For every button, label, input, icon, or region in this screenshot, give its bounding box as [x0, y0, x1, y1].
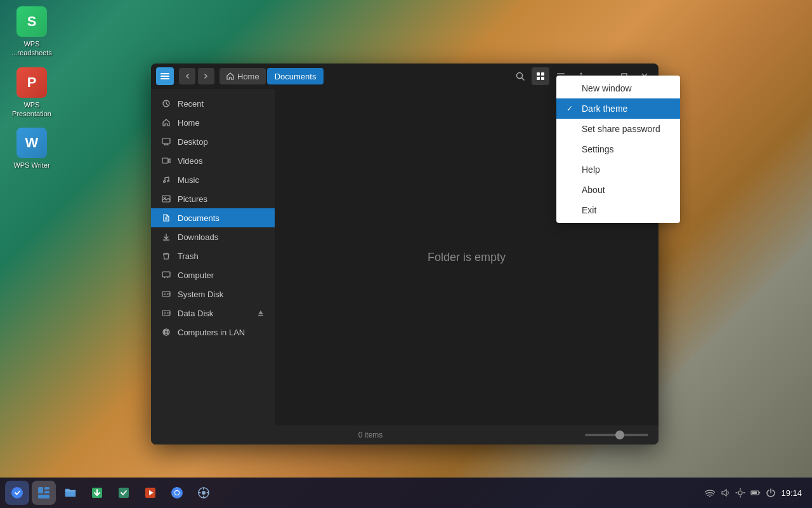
grid-view-button[interactable] [532, 67, 549, 85]
taskbar-downloads-button[interactable] [85, 481, 109, 505]
svg-line-4 [522, 78, 525, 81]
taskbar-files-button[interactable] [32, 481, 56, 505]
svg-rect-0 [160, 73, 169, 74]
svg-point-25 [164, 181, 166, 183]
svg-rect-20 [162, 138, 170, 144]
svg-point-37 [167, 293, 169, 295]
downloads-icon [161, 232, 171, 242]
svg-marker-44 [258, 311, 263, 314]
svg-point-41 [167, 312, 169, 314]
taskbar-file-manager-button[interactable] [58, 481, 82, 505]
taskbar-tray: 19:14 [705, 488, 807, 498]
menu-item-exit-label: Exit [582, 205, 596, 215]
breadcrumb-home[interactable]: Home [219, 68, 266, 84]
sidebar-item-computer[interactable]: Computer [151, 265, 275, 284]
videos-icon [161, 156, 171, 166]
menu-item-new-window-label: New window [582, 83, 632, 93]
svg-rect-54 [44, 491, 49, 493]
items-count: 0 items [161, 431, 580, 439]
wps-spreadsheets-label: WPS...readsheets [11, 39, 52, 58]
svg-point-12 [580, 73, 582, 75]
sidebar-item-home-label: Home [178, 118, 200, 128]
wps-spreadsheets-app-icon: S [16, 6, 47, 37]
wps-presentation-app-icon: P [16, 67, 47, 98]
zoom-thumb[interactable] [615, 431, 624, 439]
music-icon [161, 175, 171, 185]
svg-rect-8 [541, 77, 544, 80]
svg-rect-55 [38, 495, 49, 498]
back-button[interactable] [179, 68, 195, 84]
svg-point-71 [738, 491, 742, 495]
context-menu: New window ✓ Dark theme Set share passwo… [556, 76, 680, 223]
sidebar-item-data-disk-label: Data Disk [178, 309, 213, 318]
sidebar-item-system-disk[interactable]: System Disk [151, 284, 275, 304]
svg-point-28 [164, 197, 165, 198]
svg-rect-7 [537, 77, 540, 80]
tray-brightness-icon[interactable] [735, 488, 745, 498]
sidebar-item-computers-in-lan[interactable]: Computers in LAN [151, 323, 275, 342]
taskbar-chrome-button[interactable] [165, 481, 189, 505]
svg-point-70 [709, 496, 710, 497]
sidebar-item-trash[interactable]: Trash [151, 246, 275, 265]
sidebar-item-data-disk[interactable]: Data Disk [151, 304, 275, 323]
svg-point-63 [175, 491, 179, 495]
menu-item-settings[interactable]: Settings [556, 139, 680, 159]
desktop-icons-container: S WPS...readsheets P WPSPresentation W W… [6, 6, 57, 170]
eject-button[interactable] [257, 309, 265, 317]
svg-rect-9 [557, 73, 565, 74]
sidebar-item-recent[interactable]: Recent [151, 94, 275, 113]
sidebar-item-home[interactable]: Home [151, 113, 275, 132]
empty-folder-message: Folder is empty [428, 251, 506, 264]
zoom-slider-container[interactable] [585, 434, 648, 436]
tray-volume-icon[interactable] [720, 488, 730, 498]
wps-spreadsheets-icon[interactable]: S WPS...readsheets [6, 6, 57, 58]
taskbar-media-button[interactable] [138, 481, 162, 505]
breadcrumb-current[interactable]: Documents [267, 68, 324, 84]
wps-writer-app-icon: W [16, 128, 47, 158]
breadcrumb: Home Documents [219, 67, 506, 85]
menu-item-help[interactable]: Help [556, 159, 680, 180]
sidebar-item-recent-label: Recent [178, 99, 204, 109]
app-logo [156, 67, 174, 85]
sidebar-item-desktop[interactable]: Desktop [151, 132, 275, 151]
menu-item-new-window[interactable]: New window [556, 78, 680, 98]
sidebar-item-pictures-label: Pictures [178, 194, 207, 204]
taskbar-editor-button[interactable] [112, 481, 136, 505]
menu-item-set-share-password[interactable]: Set share password [556, 119, 680, 139]
sidebar-item-documents[interactable]: Documents [151, 208, 275, 227]
sidebar: Recent Home Desktop [151, 89, 275, 425]
system-disk-icon [161, 289, 171, 299]
tray-power-icon[interactable] [766, 488, 776, 498]
svg-rect-33 [162, 272, 170, 277]
sidebar-item-computer-label: Computer [178, 271, 214, 280]
sidebar-item-desktop-label: Desktop [178, 137, 208, 147]
taskbar-settings-button[interactable] [192, 481, 216, 505]
forward-button[interactable] [198, 68, 214, 84]
wps-writer-icon[interactable]: W WPS Writer [6, 128, 57, 170]
sidebar-item-videos[interactable]: Videos [151, 151, 275, 170]
svg-rect-2 [160, 78, 169, 79]
data-disk-icon [161, 308, 171, 318]
sidebar-item-computers-in-lan-label: Computers in LAN [178, 328, 245, 337]
svg-rect-6 [541, 72, 544, 76]
sidebar-item-downloads[interactable]: Downloads [151, 227, 275, 246]
svg-rect-52 [38, 487, 43, 493]
svg-rect-53 [44, 487, 49, 490]
svg-rect-24 [162, 158, 168, 163]
taskbar-start-button[interactable] [5, 481, 29, 505]
zoom-slider[interactable] [585, 434, 648, 436]
wps-presentation-icon[interactable]: P WPSPresentation [6, 67, 57, 119]
breadcrumb-home-label: Home [237, 72, 259, 81]
lan-icon [161, 327, 171, 337]
sidebar-item-videos-label: Videos [178, 156, 203, 166]
dark-theme-check: ✓ [566, 104, 577, 113]
menu-item-about[interactable]: About [556, 180, 680, 200]
menu-item-exit[interactable]: Exit [556, 200, 680, 220]
svg-rect-77 [752, 491, 757, 494]
tray-battery-icon[interactable] [750, 488, 761, 498]
search-button[interactable] [511, 67, 529, 85]
sidebar-item-music[interactable]: Music [151, 170, 275, 189]
menu-item-dark-theme[interactable]: ✓ Dark theme [556, 98, 680, 119]
tray-network-icon[interactable] [705, 488, 715, 498]
sidebar-item-pictures[interactable]: Pictures [151, 189, 275, 208]
